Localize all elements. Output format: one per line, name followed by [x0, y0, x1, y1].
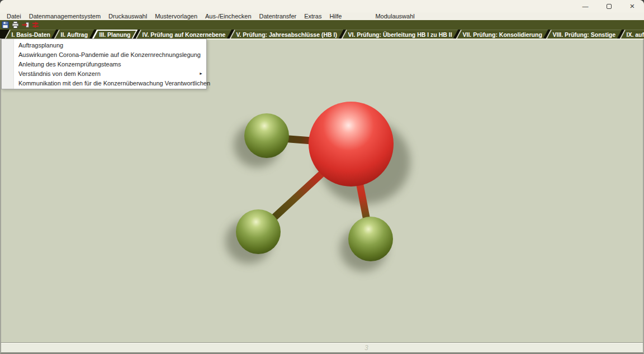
save-button[interactable]: [1, 21, 10, 29]
tab-auftrag[interactable]: II. Auftrag: [54, 30, 94, 39]
tab-pruefung-jahresabschluesse[interactable]: V. Prüfung: Jahresabschlüsse (HB I): [230, 30, 343, 39]
tab-pruefung-ueberleitung[interactable]: VI. Prüfung: Überleitung HB I zu HB II: [341, 30, 458, 39]
menubar-item-datei[interactable]: Datei: [3, 12, 25, 20]
tab-pruefung-konzernebene[interactable]: IV. Prüfung auf Konzernebene: [136, 30, 231, 39]
save-icon: [2, 21, 9, 28]
menu-item-auftragsplanung[interactable]: Auftragsplanung: [2, 40, 206, 50]
menubar-item-aus-einchecken[interactable]: Aus-/Einchecken: [201, 12, 255, 20]
content-area: Auftragsplanung Auswirkungen Corona-Pand…: [0, 39, 644, 342]
planung-dropdown-menu: Auftragsplanung Auswirkungen Corona-Pand…: [1, 39, 207, 89]
menubar-item-modulauswahl[interactable]: Modulauswahl: [371, 12, 418, 20]
molecule-graphic: [224, 89, 425, 279]
green-atom-bottom-right: [348, 217, 393, 261]
submenu-arrow-icon: ►: [199, 71, 203, 75]
tabbar: I. Basis-Daten II. Auftrag III. Planung …: [0, 30, 644, 39]
toolbar: [0, 20, 644, 30]
maximize-button[interactable]: [597, 0, 621, 12]
close-button[interactable]: ×: [621, 0, 644, 12]
checkin-button[interactable]: [21, 21, 30, 29]
menu-item-auswirkungen-corona[interactable]: Auswirkungen Corona-Pandemie auf die Kon…: [2, 50, 206, 59]
red-atom-center: [309, 102, 394, 186]
menubar-item-datenmanagementsystem[interactable]: Datenmanagementsystem: [25, 12, 105, 20]
checkin-arrow-icon: [22, 21, 29, 28]
minimize-button[interactable]: —: [574, 0, 597, 12]
tab-auftragsbezogene-qs[interactable]: IX. auftragsbezogene QS: [619, 30, 644, 39]
tab-pruefung-konsolidierung[interactable]: VII. Prüfung: Konsolidierung: [456, 30, 548, 39]
close-icon: ×: [630, 0, 635, 12]
statusbar-watermark: 3: [364, 344, 368, 352]
menubar-item-datentransfer[interactable]: Datentransfer: [255, 12, 301, 20]
print-icon: [12, 21, 19, 28]
app-window: — × Datei Datenmanagementsystem Druckaus…: [0, 0, 644, 354]
menubar-item-extras[interactable]: Extras: [300, 12, 325, 20]
tab-planung[interactable]: III. Planung: [92, 30, 138, 39]
minimize-icon: —: [583, 0, 589, 12]
green-atom-bottom-left: [236, 209, 281, 254]
print-button[interactable]: [11, 21, 20, 29]
green-atom-top-left: [244, 113, 289, 158]
tab-pruefung-sonstige[interactable]: VIII. Prüfung: Sonstige: [546, 30, 622, 39]
menubar: Datei Datenmanagementsystem Druckauswahl…: [0, 12, 644, 20]
menubar-item-druckauswahl[interactable]: Druckauswahl: [105, 12, 151, 20]
menu-item-anleitung-konzernpruefungsteam[interactable]: Anleitung des Konzernprüfungsteams: [2, 59, 206, 69]
transfer-button[interactable]: [31, 21, 40, 29]
menubar-item-hilfe[interactable]: Hilfe: [325, 12, 345, 20]
maximize-icon: [607, 4, 612, 9]
menu-item-verstaendnis-konzern[interactable]: Verständnis von dem Konzern ►: [2, 69, 206, 78]
transfer-arrows-icon: [32, 21, 39, 28]
tab-basis-daten[interactable]: I. Basis-Daten: [5, 30, 56, 39]
titlebar: — ×: [0, 0, 644, 12]
bottom-scrollbar[interactable]: 3: [0, 342, 644, 354]
menubar-item-mustervorlagen[interactable]: Mustervorlagen: [151, 12, 201, 20]
menu-item-kommunikation-verantwortliche[interactable]: Kommunikation mit den für die Konzernübe…: [2, 78, 206, 88]
